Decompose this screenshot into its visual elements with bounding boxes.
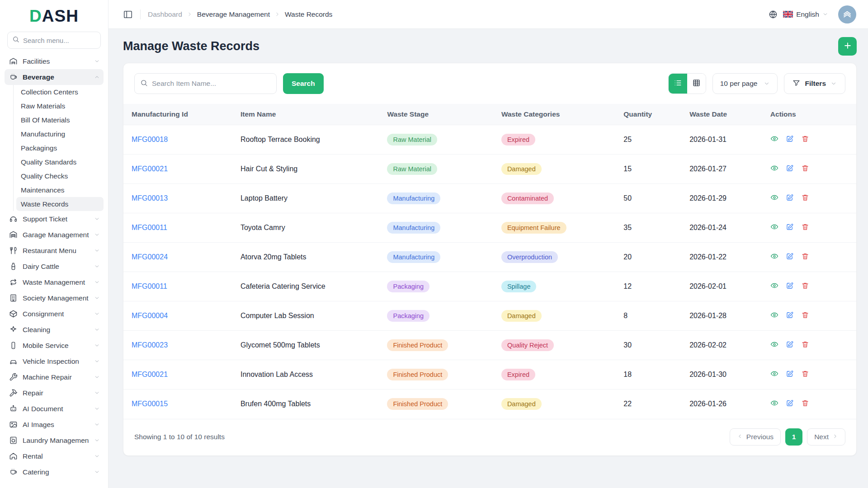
manufacturing-id-link[interactable]: MFG00021 — [132, 165, 168, 173]
delete-record-button[interactable] — [801, 164, 809, 172]
sidebar-item-beverage[interactable]: Beverage — [5, 69, 104, 85]
manufacturing-id-link[interactable]: MFG00024 — [132, 253, 168, 261]
delete-record-button[interactable] — [801, 252, 809, 260]
view-record-button[interactable] — [770, 282, 778, 290]
column-header-manufacturing-id: Manufacturing Id — [123, 104, 232, 125]
edit-record-button[interactable] — [786, 252, 794, 260]
sidebar-item-society-management[interactable]: Society Management — [5, 290, 104, 306]
breadcrumb-item[interactable]: Dashboard — [148, 10, 182, 19]
sidebar-item-restaurant-menu[interactable]: Restaurant Menu — [5, 243, 104, 258]
edit-record-button[interactable] — [786, 282, 794, 290]
breadcrumb-item[interactable]: Waste Records — [285, 10, 332, 19]
edit-record-button[interactable] — [786, 193, 794, 202]
sidebar-item-laundry-management[interactable]: Laundry Management — [5, 432, 104, 448]
sidebar: DASH FacilitiesBeverageCollection Center… — [0, 0, 108, 488]
sidebar-item-facilities[interactable]: Facilities — [5, 53, 104, 69]
add-record-button[interactable] — [838, 37, 857, 56]
sidebar-search[interactable] — [7, 32, 101, 49]
breadcrumb-item[interactable]: Beverage Management — [197, 10, 270, 19]
page-1-button[interactable]: 1 — [785, 428, 802, 446]
sidebar-subitem-quality-checks[interactable]: Quality Checks — [16, 169, 104, 183]
delete-record-button[interactable] — [801, 223, 809, 231]
sidebar-subitem-packagings[interactable]: Packagings — [16, 141, 104, 155]
edit-record-button[interactable] — [786, 223, 794, 231]
sidebar-item-waste-management[interactable]: Waste Management — [5, 274, 104, 290]
sidebar-item-catering[interactable]: Catering — [5, 464, 104, 480]
globe-icon[interactable] — [769, 10, 778, 19]
language-selector[interactable]: English — [783, 10, 828, 19]
edit-record-button[interactable] — [786, 311, 794, 319]
view-record-button[interactable] — [770, 311, 778, 319]
filters-button[interactable]: Filters — [784, 73, 845, 94]
delete-record-button[interactable] — [801, 370, 809, 378]
sidebar-subitem-maintenances[interactable]: Maintenances — [16, 183, 104, 197]
edit-icon — [786, 252, 794, 260]
delete-record-button[interactable] — [801, 311, 809, 319]
search-button[interactable]: Search — [283, 73, 324, 94]
user-avatar[interactable] — [838, 5, 856, 23]
view-record-button[interactable] — [770, 164, 778, 172]
sidebar-item-ai-document[interactable]: AI Document — [5, 401, 104, 417]
breadcrumb-separator-icon — [274, 11, 280, 17]
list-view-button[interactable] — [669, 74, 687, 94]
eye-icon — [770, 282, 778, 290]
manufacturing-id-link[interactable]: MFG00023 — [132, 341, 168, 349]
sidebar-subitem-bill-of-materials[interactable]: Bill Of Materials — [16, 113, 104, 127]
item-search-input[interactable] — [152, 80, 271, 88]
edit-record-button[interactable] — [786, 399, 794, 407]
manufacturing-id-link[interactable]: MFG00011 — [132, 224, 167, 231]
sidebar-item-support-ticket[interactable]: Support Ticket — [5, 211, 104, 227]
view-record-button[interactable] — [770, 340, 778, 348]
per-page-select[interactable]: 10 per page — [712, 73, 778, 94]
previous-page-button[interactable]: Previous — [730, 428, 781, 446]
view-record-button[interactable] — [770, 223, 778, 231]
manufacturing-id-link[interactable]: MFG00004 — [132, 312, 168, 319]
manufacturing-id-link[interactable]: MFG00015 — [132, 400, 168, 408]
sidebar-subitem-quality-standards[interactable]: Quality Standards — [16, 155, 104, 169]
waste-category-badge: Damaged — [501, 310, 542, 322]
manufacturing-id-link[interactable]: MFG00013 — [132, 194, 168, 202]
sidebar-search-input[interactable] — [23, 37, 96, 44]
chevron-down-icon — [94, 343, 100, 348]
delete-record-button[interactable] — [801, 340, 809, 348]
breadcrumb-separator-icon — [187, 11, 193, 17]
view-record-button[interactable] — [770, 399, 778, 407]
sidebar-item-consignment[interactable]: Consignment — [5, 306, 104, 322]
view-record-button[interactable] — [770, 135, 778, 143]
edit-record-button[interactable] — [786, 164, 794, 172]
delete-record-button[interactable] — [801, 399, 809, 407]
sidebar-item-garage-management[interactable]: Garage Management — [5, 227, 104, 243]
view-record-button[interactable] — [770, 370, 778, 378]
item-name: Laptop Battery — [241, 194, 288, 202]
sidebar-item-dairy-cattle[interactable]: Dairy Cattle — [5, 258, 104, 274]
sidebar-item-ai-images[interactable]: AI Images — [5, 417, 104, 432]
delete-record-button[interactable] — [801, 193, 809, 202]
manufacturing-id-link[interactable]: MFG00018 — [132, 136, 168, 143]
sidebar-item-rental[interactable]: Rental — [5, 448, 104, 464]
grid-view-button[interactable] — [687, 74, 706, 94]
sidebar-item-vehicle-inspection[interactable]: Vehicle Inspection — [5, 353, 104, 369]
delete-record-button[interactable] — [801, 135, 809, 143]
sidebar-item-machine-repair[interactable]: Machine Repair — [5, 369, 104, 385]
manufacturing-id-link[interactable]: MFG00021 — [132, 371, 168, 378]
view-record-button[interactable] — [770, 193, 778, 202]
item-search[interactable] — [134, 73, 277, 94]
sidebar-subitem-collection-centers[interactable]: Collection Centers — [16, 85, 104, 99]
delete-record-button[interactable] — [801, 282, 809, 290]
sidebar-item-mobile-service[interactable]: Mobile Service — [5, 338, 104, 353]
sidebar-toggle-icon[interactable] — [123, 9, 133, 19]
chevron-down-icon — [94, 374, 100, 380]
next-page-button[interactable]: Next — [807, 428, 845, 446]
edit-record-button[interactable] — [786, 370, 794, 378]
waste-date-value: 2026-02-01 — [689, 282, 726, 290]
sidebar-subitem-raw-materials[interactable]: Raw Materials — [16, 99, 104, 113]
sidebar-subitem-manufacturing[interactable]: Manufacturing — [16, 127, 104, 141]
manufacturing-id-link[interactable]: MFG00011 — [132, 282, 167, 290]
sidebar-item-repair[interactable]: Repair — [5, 385, 104, 401]
sidebar-subitem-waste-records[interactable]: Waste Records — [16, 197, 104, 211]
sidebar-item-cleaning[interactable]: Cleaning — [5, 322, 104, 338]
edit-record-button[interactable] — [786, 135, 794, 143]
view-record-button[interactable] — [770, 252, 778, 260]
edit-record-button[interactable] — [786, 340, 794, 348]
trash-icon — [801, 135, 809, 143]
